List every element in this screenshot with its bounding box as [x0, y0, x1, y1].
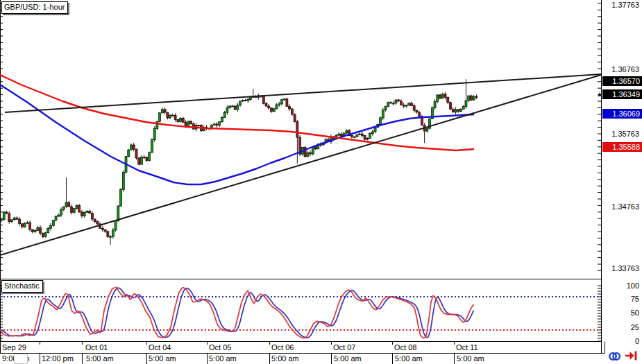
time-label: 5:00 am — [395, 354, 423, 363]
date-label: Oct 05 — [209, 343, 231, 352]
date-label: Oct 04 — [149, 343, 171, 352]
date-label: Oct 06 — [271, 343, 294, 352]
axis-label-overlap-artifact — [15, 354, 27, 363]
time-label: 5:00 am — [457, 354, 484, 363]
date-label: Oct 01 — [85, 343, 108, 352]
current-price-marker — [598, 92, 602, 96]
price-axis-label: 1.36763 — [602, 64, 639, 74]
price-tag-1.36349: 1.36349 — [602, 89, 642, 99]
price-axis-label: 1.37763 — [602, 0, 639, 10]
date-label: Oct 07 — [333, 343, 355, 352]
price-axis-label: 1.35763 — [602, 129, 639, 139]
stoch-scale-label: 100 — [602, 281, 639, 291]
price-chart-canvas[interactable] — [0, 0, 642, 364]
time-label: 5:00 am — [271, 354, 299, 363]
time-label: 5:00 am — [209, 354, 237, 363]
time-label: 12:00 pm — [42, 354, 74, 363]
date-label: Sep 29 — [2, 343, 26, 352]
stoch-scale-label: 0 — [602, 336, 639, 346]
price-axis-label: 1.34763 — [602, 202, 639, 211]
stoch-scale-label: 50 — [602, 308, 639, 318]
stochastic-indicator-label: Stochastic — [1, 280, 43, 293]
price-tag-1.35588: 1.35588 — [602, 142, 642, 152]
stoch-scale-label: 75 — [602, 294, 639, 304]
price-tag-1.36069: 1.36069 — [602, 109, 642, 119]
go-to-latest-icon[interactable] — [625, 350, 638, 361]
price-tag-1.36570: 1.36570 — [602, 76, 642, 86]
time-label: 5:00 am — [149, 354, 176, 363]
symbol-timeframe-label: GBP/USD: 1-hour — [1, 1, 68, 14]
date-label: Oct 11 — [456, 343, 478, 352]
trading-chart-window: GBP/USD: 1-hour Stochastic 1.377631.3676… — [0, 0, 642, 364]
time-label: 5:00 am — [86, 354, 114, 363]
time-label: 5:00 am — [334, 354, 362, 363]
date-label: Oct 08 — [394, 343, 416, 352]
link-icon[interactable] — [607, 350, 622, 363]
stoch-scale-label: 25 — [602, 322, 639, 332]
price-axis-label: 1.33763 — [602, 263, 639, 273]
